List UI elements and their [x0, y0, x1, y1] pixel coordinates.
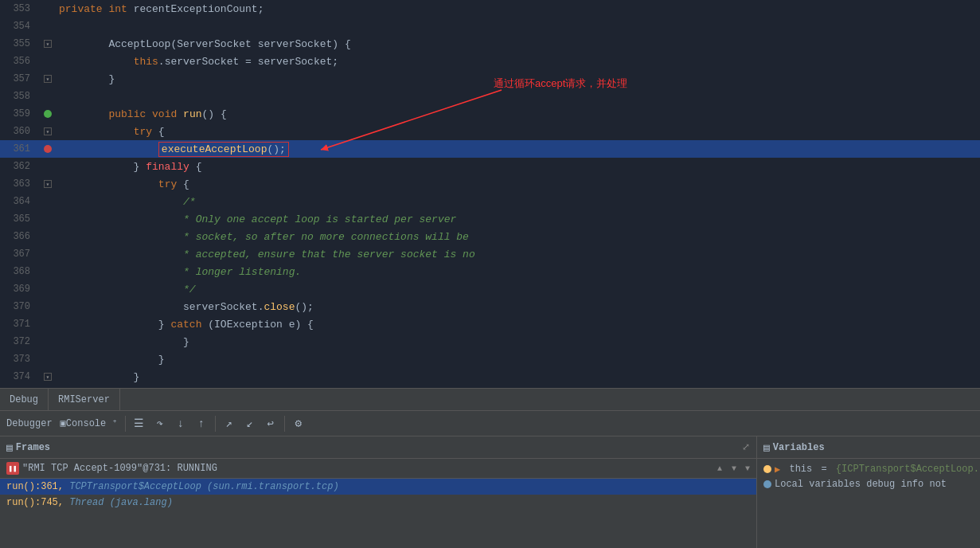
thread-up-btn[interactable]: ▲: [713, 462, 726, 475]
debugger-btn[interactable]: Debugger: [3, 414, 56, 433]
toolbar-btn-down[interactable]: ↷: [150, 414, 170, 433]
debug-toolbar: Debugger ▣ Console ⁺ ☰ ↷ ↓ ↑ ↗ ↙ ↩ ⚙: [0, 411, 980, 436]
frame-method-0: run():361,: [6, 481, 64, 492]
frame-item-0[interactable]: run():361, TCPTransport$AcceptLoop (sun.…: [0, 479, 756, 495]
variables-title: Variables: [773, 442, 825, 453]
code-line-357: 357▾ }: [0, 70, 980, 88]
debug-panel: Debug RMIServer Debugger ▣ Console ⁺ ☰ ↷…: [0, 388, 980, 548]
gutter-374: ▾: [40, 373, 56, 381]
variables-icon: ▤: [763, 441, 770, 454]
toolbar-btn-run-cursor[interactable]: ↗: [220, 414, 239, 433]
fold-arrow[interactable]: ▾: [44, 40, 52, 48]
var-arrow-0: ▶: [775, 464, 786, 476]
line-number-368: 368: [0, 266, 40, 277]
thread-status-icon: ❚❚: [6, 462, 19, 475]
toolbar-sep-2: [215, 416, 216, 432]
frames-title: Frames: [16, 442, 50, 453]
debug-tab-debug[interactable]: Debug: [0, 389, 49, 411]
eval-icon: ↙: [246, 417, 252, 430]
thread-down-btn[interactable]: ▼: [728, 462, 740, 475]
code-line-362: 362 } finally {: [0, 158, 980, 175]
line-number-373: 373: [0, 354, 40, 365]
code-line-353: 353private int recentExceptionCount;: [0, 0, 980, 18]
var-name-1: Local variables debug info not: [775, 479, 947, 490]
line-number-361: 361: [0, 143, 40, 155]
toolbar-sep-1: [125, 416, 126, 432]
fold-arrow[interactable]: ▾: [44, 75, 52, 83]
toolbar-btn-step-in[interactable]: ↓: [171, 414, 190, 433]
frames-panel-buttons: ⤢: [742, 441, 750, 453]
code-content-359: public void run() {: [56, 108, 980, 120]
code-line-356: 356 this.serverSocket = serverSocket;: [0, 53, 980, 70]
code-content-362: } finally {: [56, 161, 980, 173]
code-line-368: 368 * longer listening.: [0, 263, 980, 280]
thread-nav: ▲ ▼: [713, 462, 740, 475]
code-line-360: 360▾ try {: [0, 123, 980, 140]
gutter-355: ▾: [40, 40, 56, 48]
debug-tab-rmiserver[interactable]: RMIServer: [49, 389, 120, 411]
code-line-358: 358: [0, 88, 980, 105]
line-number-370: 370: [0, 301, 40, 312]
thread-selector: ❚❚ "RMI TCP Accept-1099"@731: RUNNING ▲ …: [0, 459, 756, 479]
code-content-370: serverSocket.close();: [56, 301, 980, 313]
code-content-366: * socket, so after no more connections w…: [56, 231, 980, 243]
breakpoint-green[interactable]: [44, 110, 52, 118]
code-content-355: AcceptLoop(ServerSocket serverSocket) {: [56, 38, 980, 50]
code-content-365: * Only one accept loop is started per se…: [56, 213, 980, 225]
code-lines: 353private int recentExceptionCount;3543…: [0, 0, 980, 388]
line-number-369: 369: [0, 284, 40, 295]
code-editor: 353private int recentExceptionCount;3543…: [0, 0, 980, 388]
code-line-372: 372 }: [0, 333, 980, 350]
console-btn[interactable]: ▣ Console ⁺: [57, 414, 121, 433]
run-cursor-icon: ↗: [225, 417, 232, 430]
gutter-359: [40, 110, 56, 118]
thread-dropdown-icon[interactable]: ▼: [745, 464, 750, 473]
frames-expand-icon[interactable]: ⤢: [742, 441, 750, 453]
toolbar-btn-reset[interactable]: ↩: [261, 414, 280, 433]
code-content-374: }: [56, 371, 980, 383]
code-content-364: /*: [56, 196, 980, 208]
step-out-icon: ↑: [197, 417, 204, 430]
frame-item-1[interactable]: run():745, Thread (java.lang): [0, 495, 756, 511]
var-list: ▶ this = {ICPTransport$AcceptLoop... Loc…: [757, 459, 980, 495]
gutter-360: ▾: [40, 127, 56, 135]
line-number-364: 364: [0, 196, 40, 207]
fold-arrow[interactable]: ▾: [44, 180, 52, 188]
line-number-365: 365: [0, 213, 40, 225]
fold-arrow[interactable]: ▾: [44, 373, 52, 381]
line-number-355: 355: [0, 38, 40, 49]
line-number-356: 356: [0, 56, 40, 67]
toolbar-btn-eval[interactable]: ↙: [240, 414, 260, 433]
debug-content: ▤ Frames ⤢ ❚❚ "RMI TCP Accept-1099"@731:…: [0, 436, 980, 548]
step-over-icon: ↷: [156, 417, 162, 430]
toolbar-sep-3: [284, 416, 285, 432]
frames-panel-header: ▤ Frames ⤢: [0, 436, 756, 459]
code-content-357: }: [56, 73, 980, 85]
toolbar-btn-settings[interactable]: ⚙: [289, 414, 308, 433]
var-name-0: this: [789, 464, 812, 475]
list-icon: ☰: [134, 417, 144, 430]
line-number-360: 360: [0, 126, 40, 137]
gutter-357: ▾: [40, 75, 56, 83]
var-dot-0: [763, 465, 771, 473]
console-icon: ▣: [61, 417, 66, 429]
settings-icon: ⚙: [295, 417, 301, 430]
code-content-356: this.serverSocket = serverSocket;: [56, 56, 980, 68]
frame-method-1: run():745,: [6, 497, 64, 508]
frame-location-0: TCPTransport$AcceptLoop (sun.rmi.transpo…: [69, 481, 338, 492]
breakpoint-red[interactable]: [44, 145, 52, 153]
code-content-367: * accepted, ensure that the server socke…: [56, 249, 980, 260]
variables-panel: ▤ Variables ▶ this = {ICPTransport$Accep…: [757, 436, 980, 548]
toolbar-btn-list[interactable]: ☰: [130, 414, 149, 433]
code-line-374: 374▾ }: [0, 368, 980, 386]
toolbar-btn-step-out[interactable]: ↑: [192, 414, 211, 433]
line-number-363: 363: [0, 178, 40, 190]
debug-tab-debug-label: Debug: [10, 394, 38, 405]
code-line-354: 354: [0, 18, 980, 35]
frames-panel: ▤ Frames ⤢ ❚❚ "RMI TCP Accept-1099"@731:…: [0, 436, 757, 548]
var-eq-0: =: [815, 464, 833, 475]
debug-tabs: Debug RMIServer: [0, 389, 980, 411]
fold-arrow[interactable]: ▾: [44, 127, 52, 135]
var-item-0[interactable]: ▶ this = {ICPTransport$AcceptLoop...: [757, 462, 980, 477]
code-content-373: }: [56, 354, 980, 366]
